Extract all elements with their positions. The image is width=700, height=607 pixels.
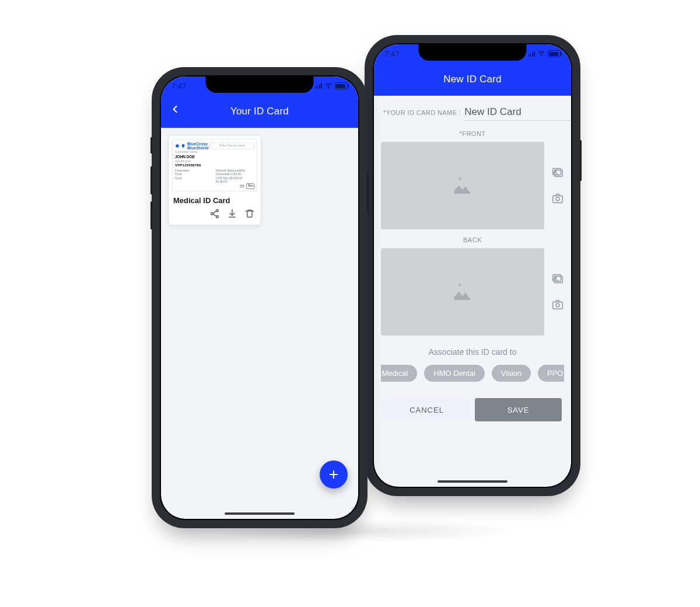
wifi-icon [324,82,332,90]
phone-left: 7:47 Your ID Card [152,67,368,528]
associate-chips: Medical HMO Dental Vision PPO [381,365,564,382]
back-image-dropzone[interactable] [381,248,544,336]
bcbs-logo-icon [175,144,186,148]
page-title: New ID Card [443,74,502,85]
home-indicator [438,480,508,483]
battery-icon [548,50,561,57]
svg-point-14 [459,284,461,286]
svg-point-19 [556,304,559,307]
id-card-tile[interactable]: BlueCross BlueShield Plan Name Here Subs… [168,135,261,225]
plan-name-placeholder: Plan Name Here [210,142,254,149]
svg-point-8 [459,177,461,180]
status-time: 7:47 [172,82,186,90]
front-image-dropzone[interactable] [381,142,544,229]
wifi-icon [537,50,545,58]
gallery-button[interactable] [551,166,564,179]
cancel-button[interactable]: CANCEL [383,398,470,421]
camera-button[interactable] [551,192,564,205]
id-number: VPP123456789 [175,163,254,168]
chip-vision[interactable]: Vision [492,365,531,382]
phone-right: 7:47 New ID Card *YOUR ID CARD NAME : [365,35,580,496]
svg-point-7 [541,55,541,56]
svg-rect-1 [240,185,244,187]
card-name-input[interactable] [464,106,571,121]
delete-button[interactable] [244,208,255,219]
notch [419,44,527,61]
rx-badge: Rx [246,183,254,189]
card-name-label: *YOUR ID CARD NAME : [383,109,461,116]
battery-icon [335,82,348,89]
signal-icon [528,51,536,57]
id-card-thumbnail: BlueCross BlueShield Plan Name Here Subs… [172,139,257,191]
svg-point-0 [328,88,328,88]
associate-label: Associate this ID card to [381,347,564,357]
save-button[interactable]: SAVE [475,398,562,421]
back-label: BACK [381,236,564,243]
gallery-button[interactable] [551,273,564,285]
home-indicator [225,512,295,515]
brand-name: BlueCross BlueShield [187,142,208,150]
card-name-field: *YOUR ID CARD NAME : [381,102,564,123]
image-placeholder-icon [451,281,474,302]
image-placeholder-icon [451,175,474,196]
share-button[interactable] [209,208,220,219]
svg-point-13 [556,197,559,201]
tile-title: Medical ID Card [169,195,261,206]
subscriber-name: JOHN DOE [175,155,254,159]
add-card-fab[interactable]: + [320,461,348,489]
chip-medical[interactable]: Medical [381,365,417,382]
plus-icon: + [329,465,338,484]
status-time: 7:47 [384,50,399,58]
download-button[interactable] [227,208,237,219]
svg-line-5 [213,211,216,213]
chip-hmo-dental[interactable]: HMO Dental [424,365,485,382]
chip-ppo[interactable]: PPO [538,365,564,382]
front-label: *FRONT [381,130,564,137]
notch [206,76,314,93]
svg-line-6 [213,214,216,216]
page-title: Your ID Card [230,106,289,117]
camera-button[interactable] [551,298,564,311]
signal-icon [315,83,323,89]
back-button[interactable] [169,103,181,115]
